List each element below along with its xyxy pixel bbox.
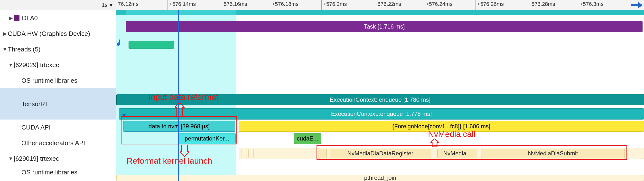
bar-label: Task [1.716 ms] (364, 23, 405, 30)
scroll-right-arrow-icon[interactable] (630, 0, 644, 10)
bar-label: NvMediaDlaSubmit (528, 150, 578, 157)
tick-label: +576.16ms (220, 1, 247, 7)
bar-pthread-join[interactable]: pthread_join (116, 175, 644, 181)
bar-label: pthread_join (364, 175, 396, 181)
triangle-marker-icon (122, 112, 126, 119)
bar-nvmedia-short[interactable]: NvMedia... (437, 149, 477, 158)
sidebar-topbar: 1s ▼ (0, 0, 116, 10)
tick-label: +576.3ms (580, 1, 603, 7)
tick-label: 76.12ms (118, 1, 138, 7)
svg-marker-1 (122, 114, 126, 117)
tick-label: +576.2ms (323, 1, 347, 7)
ruler-ticks: 76.12ms +576.14ms +576.16ms +576.18ms +5… (116, 0, 630, 10)
tick-label: +576.18ms (272, 1, 298, 7)
bar-nvmedia-register[interactable]: NvMediaDlaDataRegister (330, 149, 431, 158)
tree-row-proc-629019[interactable]: ▼ [629019] trtexec (0, 151, 116, 166)
tree-row-other-accel[interactable]: ▶ Other accelerators API (0, 135, 116, 151)
timeline[interactable]: 76.12ms +576.14ms +576.16ms +576.18ms +5… (116, 0, 644, 181)
chevron-down-icon: ▼ (108, 2, 114, 8)
tree-label: OS runtime libraries (22, 77, 78, 84)
bar-cuda-event[interactable]: cudaE... (294, 133, 321, 144)
caret-right-icon: ▶ (8, 15, 14, 21)
tree-label: [629019] trtexec (14, 155, 59, 162)
bar-enqueue-inner[interactable]: ExecutionContext::enqueue [1.778 ms] (119, 108, 644, 119)
bar-kernel-exec[interactable] (128, 41, 174, 49)
svg-marker-4 (430, 138, 439, 147)
bar-label: NvMedia... (443, 150, 471, 157)
caret-down-icon: ▼ (8, 156, 14, 161)
caret-right-icon: ▶ (2, 31, 8, 37)
bar-label: permutationKer... (185, 135, 229, 142)
tick-label: +576.28ms (528, 1, 555, 7)
time-scale-dropdown[interactable]: 1s ▼ (102, 2, 114, 8)
tree-label: Threads (5) (8, 46, 40, 53)
arrow-up-icon (430, 138, 439, 149)
bar-foreign-node[interactable]: {ForeignNode[conv1...fc8]} [1.606 ms] (238, 121, 644, 132)
tree-label: OS runtime libraries (22, 168, 78, 176)
tree-row-proc-629029[interactable]: ▼ [629029] trtexec (0, 57, 116, 73)
tree-label: Other accelerators API (22, 139, 85, 147)
color-swatch (14, 15, 20, 21)
bar-data-to-nvm[interactable]: data to nvm [39.968 µs] (123, 121, 235, 132)
bar-accel-stub-1[interactable] (242, 149, 247, 158)
tree-row-threads[interactable]: ▼ Threads (5) (0, 42, 116, 57)
time-scale-label: 1s (102, 2, 107, 8)
tree-row-tensorrt[interactable]: ▶ TensorRT (0, 88, 116, 119)
tick-label: +576.22ms (374, 1, 401, 7)
tree-label: CUDA API (22, 124, 51, 131)
tree-row-cuda-api[interactable]: ▶ CUDA API (0, 119, 116, 135)
tree: ▶ DLA0 ▶ CUDA HW (Graphics Device) ▼ Thr… (0, 10, 116, 181)
cursor-line-end[interactable] (178, 10, 179, 181)
return-arrow-icon (116, 40, 121, 47)
bar-label: ExecutionContext::enqueue [1.778 ms] (331, 110, 432, 117)
tree-label: [629029] trtexec (14, 61, 59, 69)
bar-task[interactable]: Task [1.716 ms] (126, 21, 642, 32)
tree-row-os-runtime-2[interactable]: ▶ OS runtime libraries (0, 166, 116, 178)
bar-label: data to nvm [39.968 µs] (148, 123, 210, 130)
time-ruler[interactable]: 76.12ms +576.14ms +576.16ms +576.18ms +5… (116, 0, 644, 10)
tree-row-cuda-hw[interactable]: ▶ CUDA HW (Graphics Device) (0, 26, 116, 42)
tick-label: +576.26ms (477, 1, 504, 7)
bar-label: NvMediaDlaDataRegister (348, 150, 414, 157)
bar-permutation-kernel[interactable]: permutationKer... (178, 133, 236, 144)
bar-enqueue-outer[interactable]: ExecutionContext::enqueue [1.780 ms] (116, 94, 644, 105)
tree-row-os-runtime[interactable]: ▶ OS runtime libraries (0, 73, 116, 88)
caret-down-icon: ▼ (2, 47, 8, 52)
bar-label: cudaE... (297, 135, 318, 142)
cursor-line-start[interactable] (124, 10, 124, 181)
tree-label: TensorRT (22, 100, 49, 108)
bar-accel-stub-2[interactable] (248, 149, 254, 158)
svg-marker-0 (631, 2, 642, 8)
bar-accel-ellipsis[interactable]: ... (318, 149, 327, 158)
bar-label: ... (320, 150, 325, 157)
tick-label: +576.24ms (426, 1, 452, 7)
caret-down-icon: ▼ (8, 62, 14, 68)
bar-label: {ForeignNode[conv1...fc8]} [1.606 ms] (392, 123, 490, 130)
sidebar: 1s ▼ ▶ DLA0 ▶ CUDA HW (Graphics Device) … (0, 0, 116, 181)
tree-label: CUDA HW (Graphics Device) (8, 30, 90, 38)
tree-label: DLA0 (22, 14, 38, 22)
tick-label: +576.14ms (169, 1, 196, 7)
bar-nvmedia-submit[interactable]: NvMediaDlaSubmit (481, 149, 625, 158)
tree-row-dla0[interactable]: ▶ DLA0 (0, 10, 116, 26)
bar-label: ExecutionContext::enqueue [1.780 ms] (330, 96, 431, 103)
